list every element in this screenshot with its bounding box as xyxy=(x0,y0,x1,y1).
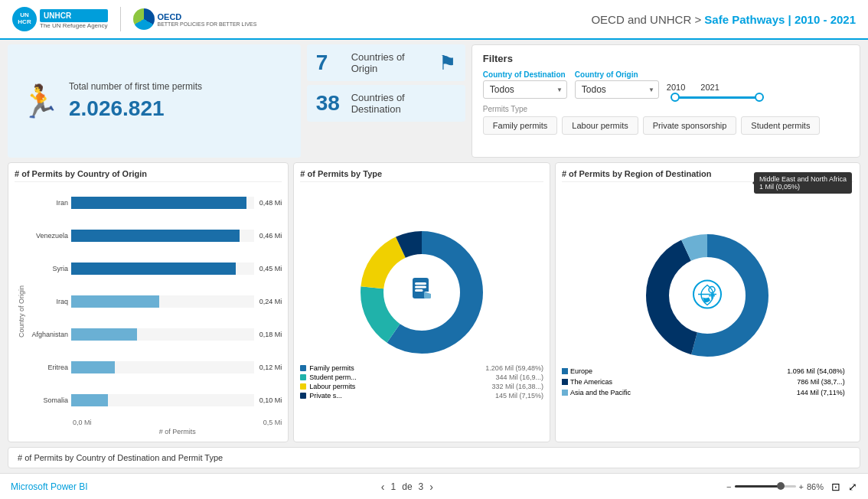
bar-track-iran xyxy=(71,197,254,209)
bar-fill-iraq xyxy=(71,295,159,308)
donut-type-card: # of Permits by Type xyxy=(293,162,550,442)
legend-value-student: 344 Mil (16,9...) xyxy=(495,373,543,381)
bar-label-iran: Iran xyxy=(25,199,68,207)
page-prev-button[interactable]: ‹ xyxy=(381,481,385,493)
legend-europe: Europe xyxy=(562,367,702,375)
bar-label-syria: Syria xyxy=(25,265,68,272)
countries-origin-num: 7 xyxy=(316,51,344,75)
oecd-name: OECD xyxy=(158,12,257,21)
legend-asia: Asia and the Pacific xyxy=(562,389,702,396)
bar-track-venezuela xyxy=(71,230,254,242)
permit-family-btn[interactable]: Family permits xyxy=(483,116,558,135)
permit-private-btn[interactable]: Private sponsorship xyxy=(643,116,737,135)
countries-dest-label: Countries of Destination xyxy=(351,92,456,115)
origin-select[interactable]: Todos xyxy=(575,80,659,99)
range-track xyxy=(671,96,763,99)
header-title-strong: Safe Pathways | 2010 - 2021 xyxy=(704,13,856,26)
oecd-circle-icon xyxy=(133,8,155,30)
zoom-minus-icon[interactable]: − xyxy=(726,482,731,491)
year-range-slider[interactable] xyxy=(667,96,768,99)
range-thumb-right[interactable] xyxy=(755,93,764,102)
zoom-thumb[interactable] xyxy=(777,482,785,490)
bar-track-somalia xyxy=(71,394,254,406)
oecd-subtext: BETTER POLICIES FOR BETTER LIVES xyxy=(158,21,257,27)
legend-americas-val: 786 Mil (38,7...) xyxy=(705,378,845,386)
permit-student-btn[interactable]: Student permits xyxy=(741,116,820,135)
fit-screen-icon[interactable]: ⊡ xyxy=(831,481,840,493)
destination-select[interactable]: Todos xyxy=(483,80,567,99)
range-thumb-left[interactable] xyxy=(671,93,680,102)
legend-asia-value: 144 Mil (7,11%) xyxy=(797,389,845,396)
bar-fill-somalia xyxy=(71,394,108,406)
legend-dot-labour xyxy=(300,383,306,390)
countries-dest-num: 38 xyxy=(316,91,344,116)
legend-dot-private xyxy=(300,393,306,399)
bar-value-venezuela: 0,46 Mi xyxy=(259,232,282,240)
origin-filter: Country of Origin Todos xyxy=(575,70,659,99)
first-permits-label: Total number of first time permits xyxy=(69,81,202,93)
year-range-filter: 2010 2021 xyxy=(667,83,768,99)
origin-select-wrapper[interactable]: Todos xyxy=(575,80,659,99)
legend-family: Family permits 1.206 Mil (59,48%) xyxy=(300,364,543,372)
countries-stats: 7 Countries of Origin ⚑ 38 Countries of … xyxy=(307,44,465,158)
page-current: 1 xyxy=(391,481,396,492)
permits-type-label: Permits Type xyxy=(483,105,849,113)
bar-track-afghanistan xyxy=(71,328,254,341)
legend-dot-americas xyxy=(562,379,568,385)
bar-track-eritrea xyxy=(71,361,254,373)
bar-label-eritrea: Eritrea xyxy=(25,364,68,371)
person-running-icon: 🏃 xyxy=(20,83,60,120)
donut-type-container: Family permits 1.206 Mil (59,48%) Studen… xyxy=(300,187,543,435)
bar-fill-afghanistan xyxy=(71,328,137,341)
legend-label-private: Private s... xyxy=(309,392,342,400)
bar-label-venezuela: Venezuela xyxy=(25,232,68,240)
header-title: OECD and UNHCR > Safe Pathways | 2010 - … xyxy=(591,13,856,26)
legend-label-family: Family permits xyxy=(309,364,354,372)
bar-row-iran: Iran 0,48 Mi xyxy=(25,197,282,209)
bar-chart-card: # of Permits by Country of Origin Countr… xyxy=(8,162,289,442)
bar-row-syria: Syria 0,45 Mi xyxy=(25,263,282,275)
permit-labour-btn[interactable]: Labour permits xyxy=(562,116,638,135)
page-next-button[interactable]: › xyxy=(429,481,433,493)
legend-americas: The Americas xyxy=(562,378,702,386)
destination-label: Country of Destination xyxy=(483,70,567,79)
bar-value-syria: 0,45 Mi xyxy=(259,265,282,272)
zoom-fill xyxy=(735,485,781,488)
legend-dot-student xyxy=(300,374,306,380)
legend-americas-label: The Americas xyxy=(570,378,612,386)
zoom-control[interactable]: − + 86% xyxy=(726,482,824,491)
bottom-section: # of Permits by Country of Destination a… xyxy=(8,447,860,468)
legend-dot-europe xyxy=(562,368,568,374)
flag-icon: ⚑ xyxy=(439,51,456,75)
destination-filter: Country of Destination Todos xyxy=(483,70,567,99)
year-end: 2021 xyxy=(700,83,719,92)
powerbi-link[interactable]: Microsoft Power BI xyxy=(11,481,88,492)
fullscreen-icon[interactable]: ⤢ xyxy=(848,481,857,493)
bar-value-iran: 0,48 Mi xyxy=(259,199,282,207)
bar-label-iraq: Iraq xyxy=(25,298,68,305)
bar-value-afghanistan: 0,18 Mi xyxy=(259,331,282,338)
svg-rect-6 xyxy=(415,282,426,285)
origin-label: Country of Origin xyxy=(575,70,659,79)
content-area: 🏃 Total number of first time permits 2.0… xyxy=(0,40,868,473)
legend-asia-val: 144 Mil (7,11%) xyxy=(705,389,845,396)
logos-container: UNHCR UNHCR The UN Refugee Agency OECD B… xyxy=(12,7,256,31)
region-center-icon xyxy=(692,279,723,311)
legend-label-labour: Labour permits xyxy=(309,383,355,390)
unhcr-subtext: The UN Refugee Agency xyxy=(40,22,108,30)
bar-row-iraq: Iraq 0,24 Mi xyxy=(25,295,282,308)
legend-europe-value: 1.096 Mil (54,08%) xyxy=(787,367,845,375)
bar-chart-container: Country of Origin Iran 0,48 Mi Venezuela xyxy=(15,187,282,435)
bar-chart-inner: Iran 0,48 Mi Venezuela 0,46 Mi Syria xyxy=(25,187,282,416)
donut-region-container: Europe 1.096 Mil (54,08%) The Americas 7… xyxy=(562,187,853,435)
countries-origin-stat: 7 Countries of Origin ⚑ xyxy=(307,44,465,81)
unhcr-badge: UNHCR xyxy=(40,9,108,22)
footer: Microsoft Power BI ‹ 1 de 3 › − + 86% ⊡ … xyxy=(0,473,868,499)
destination-select-wrapper[interactable]: Todos xyxy=(483,80,567,99)
range-fill xyxy=(671,96,763,99)
bar-row-somalia: Somalia 0,10 Mi xyxy=(25,394,282,406)
permit-buttons: Family permits Labour permits Private sp… xyxy=(483,116,849,135)
countries-dest-stat: 38 Countries of Destination xyxy=(307,85,465,122)
tooltip-value: 1 Mil (0,05%) xyxy=(759,183,800,191)
zoom-plus-icon[interactable]: + xyxy=(799,482,804,491)
